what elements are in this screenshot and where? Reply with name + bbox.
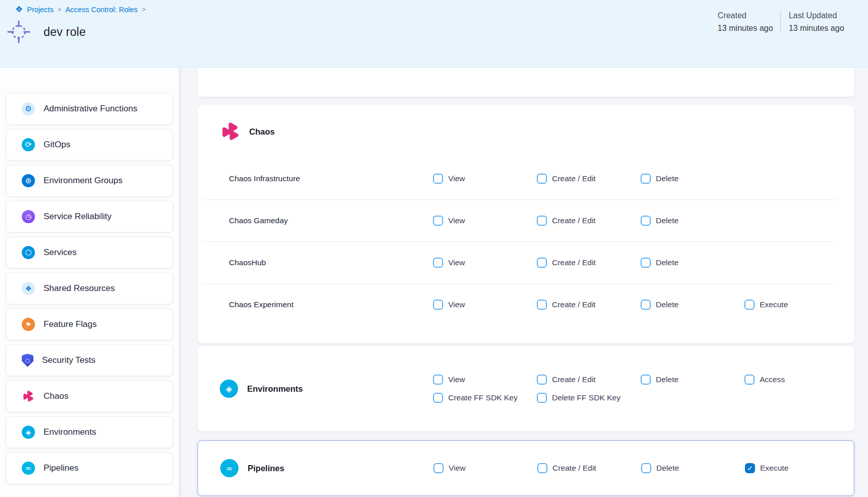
pipelines-icon: ∞ xyxy=(22,462,35,475)
role-meta: Created 13 minutes ago Last Updated 13 m… xyxy=(718,11,844,33)
checkbox-create-edit[interactable] xyxy=(537,463,547,473)
services-icon: ⬡ xyxy=(22,246,35,259)
sidebar-item-environment-groups[interactable]: ⊛ Environment Groups xyxy=(6,165,173,196)
checkbox-view[interactable] xyxy=(433,174,443,184)
sidebar-item-services[interactable]: ⬡ Services xyxy=(6,237,173,268)
last-updated-label: Last Updated xyxy=(788,11,844,20)
checkbox-delete[interactable] xyxy=(641,463,651,473)
created-label: Created xyxy=(718,11,773,20)
chevron-right-icon: > xyxy=(142,6,146,13)
row-label: Chaos Experiment xyxy=(198,300,433,309)
checkbox-delete[interactable] xyxy=(641,300,651,310)
gitops-icon: ⟳ xyxy=(22,138,35,151)
sidebar-item-label: Environment Groups xyxy=(44,176,123,186)
checkbox-label: Create / Edit xyxy=(552,258,596,267)
checkbox-delete[interactable] xyxy=(641,258,651,268)
checkbox-delete-ff-sdk-key[interactable] xyxy=(537,393,547,403)
sidebar-item-gitops[interactable]: ⟳ GitOps xyxy=(6,129,173,160)
checkbox-create-edit[interactable] xyxy=(537,174,547,184)
checkbox-label: View xyxy=(448,375,465,384)
checkbox-delete[interactable] xyxy=(641,216,651,226)
feature-flags-icon: ⚑ xyxy=(22,318,35,331)
sidebar-item-pipelines[interactable]: ∞ Pipelines xyxy=(6,452,173,484)
checkbox-create-edit[interactable] xyxy=(537,216,547,226)
checkbox-label: Create / Edit xyxy=(552,300,596,309)
sidebar-item-feature-flags[interactable]: ⚑ Feature Flags xyxy=(6,309,173,340)
environments-permissions-card: ◈ Environments View Create / Edit Delete… xyxy=(198,346,854,431)
checkbox-execute[interactable] xyxy=(745,463,755,473)
checkbox-view[interactable] xyxy=(433,258,443,268)
chaos-permissions-card: Chaos Chaos Infrastructure View Create /… xyxy=(198,105,854,343)
checkbox-delete[interactable] xyxy=(641,174,651,184)
checkbox-label: View xyxy=(448,216,465,225)
checkbox-label: Execute xyxy=(760,300,788,309)
checkbox-access[interactable] xyxy=(744,375,755,385)
sidebar-item-label: GitOps xyxy=(44,140,70,150)
checkbox-view[interactable] xyxy=(433,300,443,310)
sidebar-item-shared-resources[interactable]: ❖ Shared Resources xyxy=(6,273,173,304)
permissions-panel: Chaos Chaos Infrastructure View Create /… xyxy=(179,68,868,497)
checkbox-create-edit[interactable] xyxy=(537,300,547,310)
checkbox-label: Execute xyxy=(760,464,788,473)
row-label: ChaosHub xyxy=(198,258,433,267)
chaos-pinwheel-icon xyxy=(220,121,241,142)
checkbox-label: View xyxy=(449,464,465,473)
shared-resources-icon: ❖ xyxy=(22,282,35,295)
checkbox-view[interactable] xyxy=(433,463,444,473)
pipelines-icon: ∞ xyxy=(220,459,239,477)
chaos-pinwheel-icon xyxy=(22,390,35,403)
card-title: Pipelines xyxy=(248,464,284,473)
gear-icon: ⚙ xyxy=(22,102,35,115)
breadcrumb-link-projects[interactable]: Projects xyxy=(27,6,53,14)
permission-row-chaos-experiment: Chaos Experiment View Create / Edit Dele… xyxy=(198,284,854,325)
checkbox-create-edit[interactable] xyxy=(537,258,547,268)
card-title: Chaos xyxy=(249,127,274,137)
sidebar-item-label: Chaos xyxy=(44,391,68,401)
breadcrumb: ❖ Projects > Access Control: Roles > xyxy=(15,5,145,14)
security-tests-shield-icon: ○ xyxy=(22,354,33,367)
meta-created: Created 13 minutes ago xyxy=(718,11,773,33)
sidebar-item-chaos[interactable]: Chaos xyxy=(6,381,173,412)
checkbox-label: Create / Edit xyxy=(553,464,596,473)
sidebar-item-administrative-functions[interactable]: ⚙ Administrative Functions xyxy=(6,93,173,125)
checkbox-label: Create FF SDK Key xyxy=(448,393,518,402)
checkbox-label: Delete xyxy=(656,375,679,384)
breadcrumb-link-roles[interactable]: Access Control: Roles xyxy=(65,6,138,14)
created-value: 13 minutes ago xyxy=(718,24,773,33)
meta-divider xyxy=(780,11,781,33)
sidebar-item-label: Services xyxy=(44,247,76,258)
sidebar-item-label: Feature Flags xyxy=(44,319,97,329)
checkbox-label: Access xyxy=(760,375,785,384)
environments-icon: ◈ xyxy=(22,426,35,439)
pipelines-permissions-card[interactable]: ∞ Pipelines View Create / Edit Delete Ex… xyxy=(198,440,854,496)
sidebar-item-label: Security Tests xyxy=(42,355,96,365)
sidebar-item-service-reliability[interactable]: ◷ Service Reliability xyxy=(6,201,173,232)
checkbox-label: Delete xyxy=(656,174,679,183)
checkbox-label: Delete xyxy=(656,464,679,473)
projects-grid-icon: ❖ xyxy=(15,5,23,14)
checkbox-execute[interactable] xyxy=(744,300,755,310)
checkbox-label: View xyxy=(448,258,465,267)
checkbox-view[interactable] xyxy=(433,216,443,226)
sidebar-item-security-tests[interactable]: ○ Security Tests xyxy=(6,345,173,376)
checkbox-create-edit[interactable] xyxy=(537,375,547,385)
meta-last-updated: Last Updated 13 minutes ago xyxy=(788,11,844,33)
role-crosshair-icon xyxy=(7,20,30,44)
environments-icon: ◈ xyxy=(220,380,238,398)
checkbox-view[interactable] xyxy=(433,375,443,385)
checkbox-label: View xyxy=(448,174,465,183)
checkbox-label: Delete FF SDK Key xyxy=(552,393,620,402)
checkbox-label: Create / Edit xyxy=(552,216,596,225)
service-reliability-icon: ◷ xyxy=(22,210,35,223)
environment-groups-icon: ⊛ xyxy=(22,174,35,187)
chevron-right-icon: > xyxy=(58,6,62,13)
sidebar-item-label: Service Reliability xyxy=(44,212,111,222)
sidebar-item-label: Pipelines xyxy=(44,463,78,473)
checkbox-label: View xyxy=(448,300,465,309)
checkbox-create-ff-sdk-key[interactable] xyxy=(433,393,443,403)
checkbox-delete[interactable] xyxy=(641,375,651,385)
last-updated-value: 13 minutes ago xyxy=(788,24,844,33)
sidebar-item-environments[interactable]: ◈ Environments xyxy=(6,417,173,448)
sidebar-item-label: Administrative Functions xyxy=(44,104,137,114)
checkbox-label: Create / Edit xyxy=(552,174,596,183)
